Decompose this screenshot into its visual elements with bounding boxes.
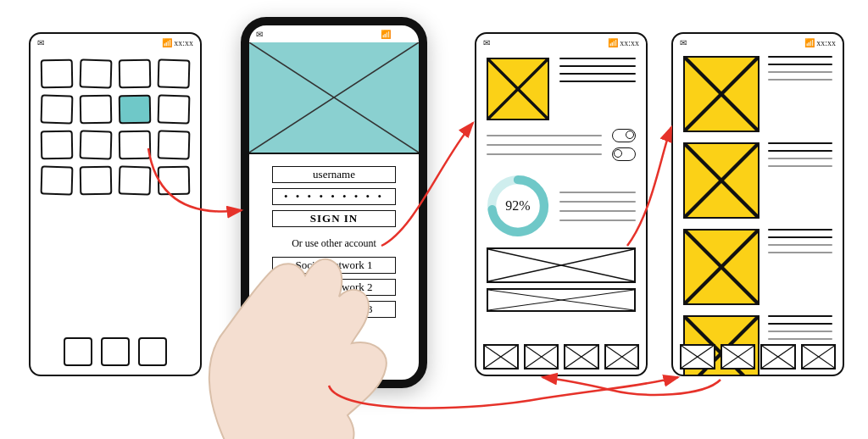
app-icon[interactable] xyxy=(80,166,113,196)
status-time: xx:xx xyxy=(174,38,193,47)
status-bar: ✉ 📶 xx:xx xyxy=(476,34,646,51)
signin-form: username • • • • • • • • • SIGN IN Or us… xyxy=(249,163,419,321)
tab-item[interactable] xyxy=(801,344,837,370)
app-icon[interactable] xyxy=(41,95,74,125)
tab-row xyxy=(680,344,836,370)
feed-card[interactable] xyxy=(673,224,843,310)
feed-card[interactable] xyxy=(673,137,843,224)
mail-icon: ✉ xyxy=(37,38,44,47)
title-lines xyxy=(559,58,636,82)
card-image-placeholder xyxy=(683,229,760,305)
app-icon[interactable] xyxy=(119,131,152,160)
tab-item[interactable] xyxy=(524,344,559,370)
mail-icon: ✉ xyxy=(483,38,490,47)
alt-login-caption: Or use other account xyxy=(292,237,376,250)
wireframe-screen-home: ✉ 📶 xx:xx xyxy=(29,32,202,376)
status-time: xx:xx xyxy=(620,38,639,47)
dock-icon[interactable] xyxy=(101,337,130,366)
mail-icon: ✉ xyxy=(256,30,263,39)
hero-image-placeholder xyxy=(249,42,419,154)
wireframe-screen-settings: ✉ 📶 xx:xx 92% xyxy=(475,32,648,376)
toggle-switch[interactable] xyxy=(612,147,636,161)
wireframe-screen-feed: ✉ 📶 xx:xx xyxy=(671,32,844,376)
signal-icon: 📶 xyxy=(608,38,618,47)
status-time: xx:xx xyxy=(816,38,836,47)
app-icon[interactable] xyxy=(158,166,191,196)
social-login-button[interactable]: Social Network 1 xyxy=(272,257,396,274)
app-icon[interactable] xyxy=(41,59,74,89)
tab-item[interactable] xyxy=(483,344,519,370)
tab-item[interactable] xyxy=(760,344,796,370)
app-icon[interactable] xyxy=(80,95,113,125)
social-login-button[interactable]: Social Network 2 xyxy=(272,279,396,296)
tab-item[interactable] xyxy=(680,344,715,370)
app-icon[interactable] xyxy=(158,59,191,89)
image-placeholder xyxy=(487,288,636,312)
image-placeholder xyxy=(487,247,636,283)
app-icon[interactable] xyxy=(80,131,113,160)
signin-button[interactable]: SIGN IN xyxy=(272,210,396,227)
toggle-switch[interactable] xyxy=(612,129,636,142)
signal-icon: 📶 xyxy=(162,38,172,47)
card-image-placeholder xyxy=(683,56,760,132)
mail-icon: ✉ xyxy=(680,38,687,47)
card-image-placeholder xyxy=(683,142,760,219)
dock-icon[interactable] xyxy=(138,337,167,366)
avatar-placeholder xyxy=(487,58,549,120)
progress-donut: 92% xyxy=(487,175,549,237)
status-bar: ✉ 📶 xx:xx xyxy=(31,34,200,51)
tab-item[interactable] xyxy=(604,344,640,370)
signal-icon: 📶 xyxy=(804,38,815,47)
social-login-button[interactable]: Social Network 3 xyxy=(272,301,396,318)
app-icon[interactable] xyxy=(119,59,152,89)
phone-device-signin: ✉ 📶 xx:xx username • • • • • • • • • SIG… xyxy=(241,17,427,388)
app-icon[interactable] xyxy=(119,166,152,196)
app-icon-selected[interactable] xyxy=(119,95,152,125)
tab-row xyxy=(483,344,639,370)
signal-icon: 📶 xyxy=(381,30,391,39)
tab-item[interactable] xyxy=(564,344,599,370)
app-icon[interactable] xyxy=(41,131,74,160)
app-icon[interactable] xyxy=(80,59,113,89)
username-field[interactable]: username xyxy=(272,166,396,183)
status-time: xx:xx xyxy=(392,30,412,39)
app-grid xyxy=(31,51,200,203)
app-icon[interactable] xyxy=(158,131,191,160)
dock-icon[interactable] xyxy=(64,337,92,366)
tab-item[interactable] xyxy=(721,344,756,370)
app-icon[interactable] xyxy=(41,166,74,196)
status-bar: ✉ 📶 xx:xx xyxy=(673,34,843,51)
feed-card[interactable] xyxy=(673,51,843,137)
password-field[interactable]: • • • • • • • • • xyxy=(272,188,396,205)
status-bar: ✉ 📶 xx:xx xyxy=(249,25,419,42)
dock xyxy=(31,337,200,366)
app-icon[interactable] xyxy=(158,95,191,125)
